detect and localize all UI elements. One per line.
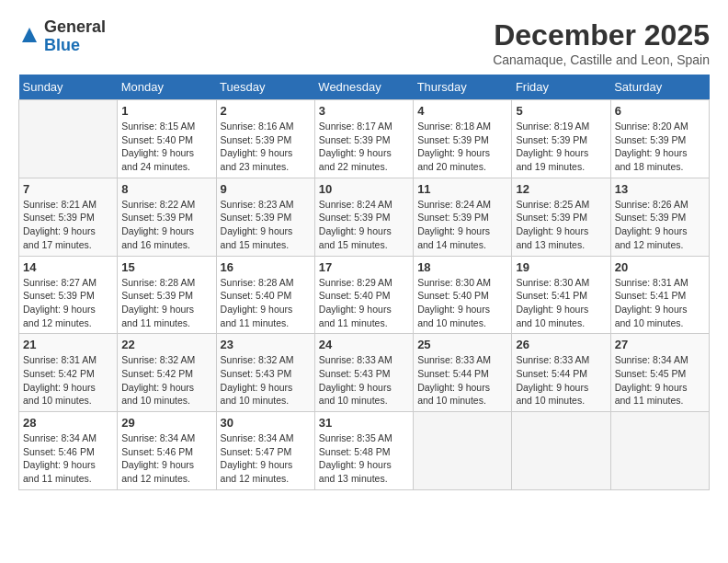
- calendar-cell: 17Sunrise: 8:29 AMSunset: 5:40 PMDayligh…: [314, 256, 413, 334]
- calendar-cell: 12Sunrise: 8:25 AMSunset: 5:39 PMDayligh…: [512, 178, 610, 256]
- calendar-cell: 18Sunrise: 8:30 AMSunset: 5:40 PMDayligh…: [414, 256, 512, 334]
- day-number: 25: [417, 338, 507, 351]
- day-number: 19: [516, 260, 606, 274]
- day-info: Sunrise: 8:24 AMSunset: 5:39 PMDaylight:…: [319, 198, 409, 252]
- day-info: Sunrise: 8:32 AMSunset: 5:43 PMDaylight:…: [221, 353, 311, 408]
- page-header: General Blue December 2025 Canamaque, Ca…: [18, 18, 710, 67]
- calendar-cell: 25Sunrise: 8:33 AMSunset: 5:44 PMDayligh…: [414, 334, 512, 412]
- calendar-cell: 13Sunrise: 8:26 AMSunset: 5:39 PMDayligh…: [610, 178, 709, 256]
- calendar-cell: 1Sunrise: 8:15 AMSunset: 5:40 PMDaylight…: [118, 100, 216, 178]
- calendar-cell: 7Sunrise: 8:21 AMSunset: 5:39 PMDaylight…: [19, 178, 118, 256]
- calendar-cell: 26Sunrise: 8:33 AMSunset: 5:44 PMDayligh…: [512, 334, 610, 412]
- day-info: Sunrise: 8:33 AMSunset: 5:44 PMDaylight:…: [516, 353, 606, 408]
- day-number: 24: [319, 338, 409, 351]
- calendar-cell: 28Sunrise: 8:34 AMSunset: 5:46 PMDayligh…: [19, 412, 118, 490]
- day-info: Sunrise: 8:33 AMSunset: 5:43 PMDaylight:…: [319, 353, 409, 408]
- day-number: 22: [121, 338, 211, 351]
- day-info: Sunrise: 8:30 AMSunset: 5:41 PMDaylight:…: [516, 276, 606, 330]
- day-info: Sunrise: 8:25 AMSunset: 5:39 PMDaylight:…: [516, 198, 606, 252]
- weekday-header-wednesday: Wednesday: [314, 75, 413, 100]
- weekday-header-sunday: Sunday: [19, 75, 118, 100]
- day-info: Sunrise: 8:32 AMSunset: 5:42 PMDaylight:…: [121, 353, 211, 408]
- day-number: 14: [23, 260, 113, 274]
- day-number: 15: [121, 260, 211, 274]
- day-number: 5: [516, 104, 606, 118]
- day-number: 30: [221, 416, 311, 430]
- day-info: Sunrise: 8:31 AMSunset: 5:42 PMDaylight:…: [23, 353, 113, 408]
- day-number: 4: [417, 104, 507, 118]
- calendar-week-1: 1Sunrise: 8:15 AMSunset: 5:40 PMDaylight…: [19, 100, 710, 178]
- day-number: 9: [221, 182, 311, 196]
- calendar-cell: 2Sunrise: 8:16 AMSunset: 5:39 PMDaylight…: [216, 100, 314, 178]
- calendar-cell: 21Sunrise: 8:31 AMSunset: 5:42 PMDayligh…: [19, 334, 118, 412]
- weekday-header-tuesday: Tuesday: [216, 75, 314, 100]
- day-info: Sunrise: 8:34 AMSunset: 5:45 PMDaylight:…: [615, 353, 705, 408]
- day-number: 18: [417, 260, 507, 274]
- day-number: 13: [615, 182, 705, 196]
- calendar-body: 1Sunrise: 8:15 AMSunset: 5:40 PMDaylight…: [19, 100, 710, 490]
- calendar-cell: 5Sunrise: 8:19 AMSunset: 5:39 PMDaylight…: [512, 100, 610, 178]
- calendar-cell: 14Sunrise: 8:27 AMSunset: 5:39 PMDayligh…: [19, 256, 118, 334]
- weekday-row: SundayMondayTuesdayWednesdayThursdayFrid…: [19, 75, 710, 100]
- calendar-table: SundayMondayTuesdayWednesdayThursdayFrid…: [18, 75, 710, 490]
- day-info: Sunrise: 8:21 AMSunset: 5:39 PMDaylight:…: [23, 198, 113, 252]
- day-info: Sunrise: 8:18 AMSunset: 5:39 PMDaylight:…: [417, 120, 507, 174]
- calendar-cell: 30Sunrise: 8:34 AMSunset: 5:47 PMDayligh…: [216, 412, 314, 490]
- calendar-cell: 24Sunrise: 8:33 AMSunset: 5:43 PMDayligh…: [314, 334, 413, 412]
- title-block: December 2025 Canamaque, Castille and Le…: [493, 18, 710, 67]
- calendar-cell: 15Sunrise: 8:28 AMSunset: 5:39 PMDayligh…: [118, 256, 216, 334]
- calendar-cell: 27Sunrise: 8:34 AMSunset: 5:45 PMDayligh…: [610, 334, 709, 412]
- day-info: Sunrise: 8:34 AMSunset: 5:47 PMDaylight:…: [221, 431, 311, 486]
- month-title: December 2025: [493, 18, 710, 52]
- day-number: 3: [319, 104, 409, 118]
- day-number: 6: [615, 104, 705, 118]
- day-number: 10: [319, 182, 409, 196]
- calendar-cell: 8Sunrise: 8:22 AMSunset: 5:39 PMDaylight…: [118, 178, 216, 256]
- day-number: 7: [23, 182, 113, 196]
- day-info: Sunrise: 8:35 AMSunset: 5:48 PMDaylight:…: [319, 431, 409, 486]
- day-info: Sunrise: 8:17 AMSunset: 5:39 PMDaylight:…: [319, 120, 409, 174]
- day-number: 8: [121, 182, 211, 196]
- day-info: Sunrise: 8:26 AMSunset: 5:39 PMDaylight:…: [615, 198, 705, 252]
- day-info: Sunrise: 8:29 AMSunset: 5:40 PMDaylight:…: [319, 276, 409, 330]
- day-info: Sunrise: 8:34 AMSunset: 5:46 PMDaylight:…: [121, 431, 211, 486]
- day-info: Sunrise: 8:19 AMSunset: 5:39 PMDaylight:…: [516, 120, 606, 174]
- day-info: Sunrise: 8:22 AMSunset: 5:39 PMDaylight:…: [121, 198, 211, 252]
- logo-blue: Blue: [44, 36, 80, 54]
- calendar-header: SundayMondayTuesdayWednesdayThursdayFrid…: [19, 75, 710, 100]
- day-number: 23: [221, 338, 311, 351]
- day-info: Sunrise: 8:31 AMSunset: 5:41 PMDaylight:…: [615, 276, 705, 330]
- location-subtitle: Canamaque, Castille and Leon, Spain: [493, 52, 710, 67]
- calendar-week-4: 21Sunrise: 8:31 AMSunset: 5:42 PMDayligh…: [19, 334, 710, 412]
- day-number: 28: [23, 416, 113, 430]
- calendar-cell: 3Sunrise: 8:17 AMSunset: 5:39 PMDaylight…: [314, 100, 413, 178]
- day-info: Sunrise: 8:15 AMSunset: 5:40 PMDaylight:…: [121, 120, 211, 174]
- weekday-header-thursday: Thursday: [414, 75, 512, 100]
- calendar-cell: 11Sunrise: 8:24 AMSunset: 5:39 PMDayligh…: [414, 178, 512, 256]
- day-info: Sunrise: 8:16 AMSunset: 5:39 PMDaylight:…: [221, 120, 311, 174]
- calendar-cell: 23Sunrise: 8:32 AMSunset: 5:43 PMDayligh…: [216, 334, 314, 412]
- calendar-cell: 19Sunrise: 8:30 AMSunset: 5:41 PMDayligh…: [512, 256, 610, 334]
- calendar-cell: [414, 412, 512, 490]
- day-number: 1: [121, 104, 211, 118]
- calendar-cell: 9Sunrise: 8:23 AMSunset: 5:39 PMDaylight…: [216, 178, 314, 256]
- calendar-cell: [610, 412, 709, 490]
- calendar-cell: 31Sunrise: 8:35 AMSunset: 5:48 PMDayligh…: [314, 412, 413, 490]
- calendar-cell: 4Sunrise: 8:18 AMSunset: 5:39 PMDaylight…: [414, 100, 512, 178]
- day-number: 11: [417, 182, 507, 196]
- day-info: Sunrise: 8:20 AMSunset: 5:39 PMDaylight:…: [615, 120, 705, 174]
- day-number: 2: [221, 104, 311, 118]
- day-info: Sunrise: 8:28 AMSunset: 5:39 PMDaylight:…: [121, 276, 211, 330]
- day-number: 21: [23, 338, 113, 351]
- day-info: Sunrise: 8:24 AMSunset: 5:39 PMDaylight:…: [417, 198, 507, 252]
- day-info: Sunrise: 8:33 AMSunset: 5:44 PMDaylight:…: [417, 353, 507, 408]
- calendar-cell: 16Sunrise: 8:28 AMSunset: 5:40 PMDayligh…: [216, 256, 314, 334]
- calendar-week-3: 14Sunrise: 8:27 AMSunset: 5:39 PMDayligh…: [19, 256, 710, 334]
- weekday-header-friday: Friday: [512, 75, 610, 100]
- day-number: 12: [516, 182, 606, 196]
- calendar-cell: 10Sunrise: 8:24 AMSunset: 5:39 PMDayligh…: [314, 178, 413, 256]
- svg-marker-0: [22, 28, 37, 42]
- day-number: 17: [319, 260, 409, 274]
- calendar-week-2: 7Sunrise: 8:21 AMSunset: 5:39 PMDaylight…: [19, 178, 710, 256]
- logo-text: General Blue: [44, 18, 106, 55]
